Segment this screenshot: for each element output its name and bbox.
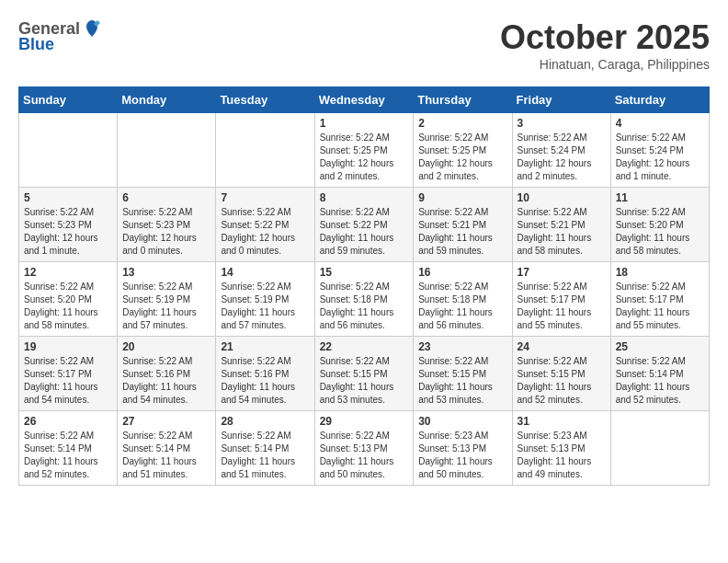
day-number: 30 (418, 415, 506, 428)
calendar-cell: 4 Sunrise: 5:22 AMSunset: 5:24 PMDayligh… (610, 113, 709, 188)
calendar-week-row: 12 Sunrise: 5:22 AMSunset: 5:20 PMDaylig… (19, 262, 710, 337)
calendar-cell: 22 Sunrise: 5:22 AMSunset: 5:15 PMDaylig… (314, 337, 414, 411)
day-number: 15 (320, 266, 409, 279)
calendar-week-row: 26 Sunrise: 5:22 AMSunset: 5:14 PMDaylig… (19, 411, 710, 486)
day-number: 4 (616, 117, 704, 130)
calendar-cell: 3 Sunrise: 5:22 AMSunset: 5:24 PMDayligh… (512, 113, 610, 188)
cell-content: Sunrise: 5:22 AMSunset: 5:14 PMDaylight:… (616, 355, 704, 407)
day-number: 19 (24, 340, 112, 353)
day-number: 23 (418, 340, 506, 353)
weekday-header: Friday (512, 87, 610, 113)
calendar-cell: 12 Sunrise: 5:22 AMSunset: 5:20 PMDaylig… (19, 262, 118, 337)
day-number: 22 (320, 340, 409, 353)
calendar-cell: 18 Sunrise: 5:22 AMSunset: 5:17 PMDaylig… (610, 262, 709, 337)
calendar-cell: 29 Sunrise: 5:22 AMSunset: 5:13 PMDaylig… (314, 411, 414, 486)
calendar-cell: 14 Sunrise: 5:22 AMSunset: 5:19 PMDaylig… (216, 262, 314, 337)
title-area: October 2025 Hinatuan, Caraga, Philippin… (500, 18, 710, 72)
logo-blue: Blue (18, 35, 54, 54)
cell-content: Sunrise: 5:22 AMSunset: 5:24 PMDaylight:… (518, 132, 606, 183)
cell-content: Sunrise: 5:22 AMSunset: 5:21 PMDaylight:… (418, 206, 506, 258)
day-number: 18 (616, 266, 704, 279)
day-number: 31 (518, 415, 606, 428)
day-number: 25 (616, 340, 704, 353)
weekday-header: Saturday (610, 87, 709, 113)
calendar-cell: 21 Sunrise: 5:22 AMSunset: 5:16 PMDaylig… (216, 337, 314, 411)
calendar-cell (19, 113, 118, 188)
calendar-cell (610, 411, 709, 486)
day-number: 28 (221, 415, 309, 428)
calendar-week-row: 5 Sunrise: 5:22 AMSunset: 5:23 PMDayligh… (19, 188, 710, 262)
cell-content: Sunrise: 5:22 AMSunset: 5:19 PMDaylight:… (122, 281, 210, 332)
location-subtitle: Hinatuan, Caraga, Philippines (500, 57, 710, 72)
calendar-cell: 28 Sunrise: 5:22 AMSunset: 5:14 PMDaylig… (216, 411, 314, 486)
calendar-cell: 15 Sunrise: 5:22 AMSunset: 5:18 PMDaylig… (314, 262, 414, 337)
cell-content: Sunrise: 5:23 AMSunset: 5:13 PMDaylight:… (418, 430, 506, 481)
weekday-header: Thursday (414, 87, 512, 113)
cell-content: Sunrise: 5:22 AMSunset: 5:18 PMDaylight:… (320, 281, 409, 332)
calendar-cell: 7 Sunrise: 5:22 AMSunset: 5:22 PMDayligh… (216, 188, 314, 262)
cell-content: Sunrise: 5:22 AMSunset: 5:17 PMDaylight:… (616, 281, 704, 332)
day-number: 13 (122, 266, 210, 279)
day-number: 14 (221, 266, 309, 279)
cell-content: Sunrise: 5:22 AMSunset: 5:15 PMDaylight:… (320, 355, 409, 407)
day-number: 24 (518, 340, 606, 353)
calendar-cell: 27 Sunrise: 5:22 AMSunset: 5:14 PMDaylig… (118, 411, 216, 486)
calendar-cell: 25 Sunrise: 5:22 AMSunset: 5:14 PMDaylig… (610, 337, 709, 411)
day-number: 10 (518, 191, 606, 204)
day-number: 17 (518, 266, 606, 279)
calendar-week-row: 1 Sunrise: 5:22 AMSunset: 5:25 PMDayligh… (19, 113, 710, 188)
day-number: 29 (320, 415, 409, 428)
calendar-cell: 26 Sunrise: 5:22 AMSunset: 5:14 PMDaylig… (19, 411, 118, 486)
calendar-cell: 24 Sunrise: 5:22 AMSunset: 5:15 PMDaylig… (512, 337, 610, 411)
weekday-header: Tuesday (216, 87, 314, 113)
calendar-cell: 10 Sunrise: 5:22 AMSunset: 5:21 PMDaylig… (512, 188, 610, 262)
cell-content: Sunrise: 5:22 AMSunset: 5:25 PMDaylight:… (320, 132, 409, 183)
cell-content: Sunrise: 5:22 AMSunset: 5:17 PMDaylight:… (518, 281, 606, 332)
calendar-cell: 20 Sunrise: 5:22 AMSunset: 5:16 PMDaylig… (118, 337, 216, 411)
cell-content: Sunrise: 5:22 AMSunset: 5:22 PMDaylight:… (320, 206, 409, 258)
day-number: 16 (418, 266, 506, 279)
cell-content: Sunrise: 5:22 AMSunset: 5:14 PMDaylight:… (24, 430, 112, 481)
logo: General Blue (18, 18, 104, 54)
day-number: 27 (122, 415, 210, 428)
calendar-cell: 23 Sunrise: 5:22 AMSunset: 5:15 PMDaylig… (414, 337, 512, 411)
cell-content: Sunrise: 5:22 AMSunset: 5:20 PMDaylight:… (616, 206, 704, 258)
cell-content: Sunrise: 5:22 AMSunset: 5:24 PMDaylight:… (616, 132, 704, 183)
day-number: 7 (221, 191, 309, 204)
day-number: 26 (24, 415, 112, 428)
calendar-cell: 9 Sunrise: 5:22 AMSunset: 5:21 PMDayligh… (414, 188, 512, 262)
cell-content: Sunrise: 5:22 AMSunset: 5:23 PMDaylight:… (24, 206, 112, 258)
weekday-header: Monday (118, 87, 216, 113)
day-number: 2 (418, 117, 506, 130)
day-number: 8 (320, 191, 409, 204)
calendar-table: SundayMondayTuesdayWednesdayThursdayFrid… (18, 86, 710, 486)
cell-content: Sunrise: 5:22 AMSunset: 5:22 PMDaylight:… (221, 206, 309, 258)
cell-content: Sunrise: 5:22 AMSunset: 5:20 PMDaylight:… (24, 281, 112, 332)
calendar-cell: 2 Sunrise: 5:22 AMSunset: 5:25 PMDayligh… (414, 113, 512, 188)
calendar-cell: 1 Sunrise: 5:22 AMSunset: 5:25 PMDayligh… (314, 113, 414, 188)
calendar-week-row: 19 Sunrise: 5:22 AMSunset: 5:17 PMDaylig… (19, 337, 710, 411)
calendar-cell: 31 Sunrise: 5:23 AMSunset: 5:13 PMDaylig… (512, 411, 610, 486)
cell-content: Sunrise: 5:22 AMSunset: 5:15 PMDaylight:… (418, 355, 506, 407)
weekday-header: Sunday (19, 87, 118, 113)
cell-content: Sunrise: 5:22 AMSunset: 5:25 PMDaylight:… (418, 132, 506, 183)
cell-content: Sunrise: 5:22 AMSunset: 5:18 PMDaylight:… (418, 281, 506, 332)
cell-content: Sunrise: 5:22 AMSunset: 5:16 PMDaylight:… (122, 355, 210, 407)
calendar-cell: 11 Sunrise: 5:22 AMSunset: 5:20 PMDaylig… (610, 188, 709, 262)
day-number: 3 (518, 117, 606, 130)
day-number: 21 (221, 340, 309, 353)
weekday-header-row: SundayMondayTuesdayWednesdayThursdayFrid… (19, 87, 710, 113)
cell-content: Sunrise: 5:22 AMSunset: 5:13 PMDaylight:… (320, 430, 409, 481)
calendar-cell: 17 Sunrise: 5:22 AMSunset: 5:17 PMDaylig… (512, 262, 610, 337)
month-title: October 2025 (500, 18, 710, 57)
cell-content: Sunrise: 5:22 AMSunset: 5:14 PMDaylight:… (221, 430, 309, 481)
calendar-cell: 6 Sunrise: 5:22 AMSunset: 5:23 PMDayligh… (118, 188, 216, 262)
day-number: 1 (320, 117, 409, 130)
weekday-header: Wednesday (314, 87, 414, 113)
cell-content: Sunrise: 5:22 AMSunset: 5:14 PMDaylight:… (122, 430, 210, 481)
day-number: 5 (24, 191, 112, 204)
day-number: 9 (418, 191, 506, 204)
calendar-cell: 13 Sunrise: 5:22 AMSunset: 5:19 PMDaylig… (118, 262, 216, 337)
cell-content: Sunrise: 5:22 AMSunset: 5:23 PMDaylight:… (122, 206, 210, 258)
page-header: General Blue October 2025 Hinatuan, Cara… (18, 18, 710, 72)
